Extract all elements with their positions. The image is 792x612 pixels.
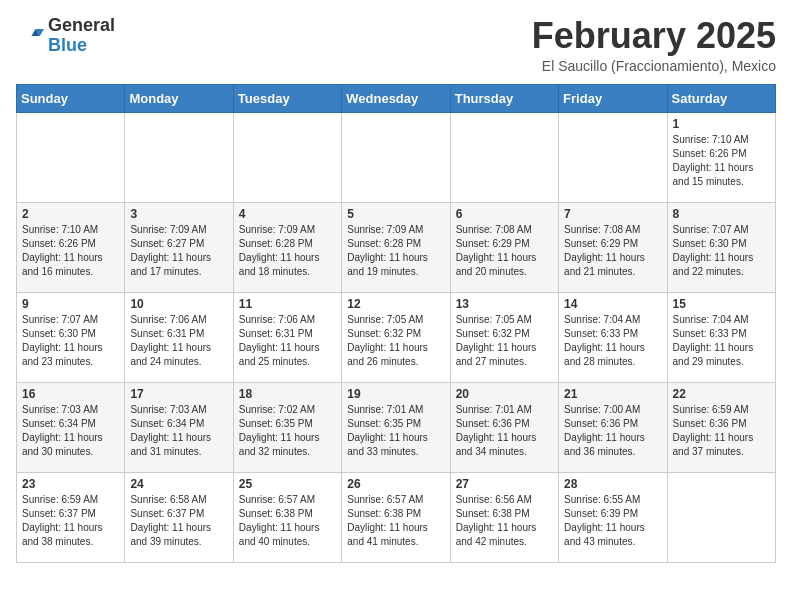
day-info: Sunrise: 7:02 AM Sunset: 6:35 PM Dayligh…: [239, 403, 336, 459]
day-info: Sunrise: 7:05 AM Sunset: 6:32 PM Dayligh…: [347, 313, 444, 369]
calendar-cell: 6Sunrise: 7:08 AM Sunset: 6:29 PM Daylig…: [450, 202, 558, 292]
day-info: Sunrise: 7:07 AM Sunset: 6:30 PM Dayligh…: [673, 223, 770, 279]
day-info: Sunrise: 7:06 AM Sunset: 6:31 PM Dayligh…: [130, 313, 227, 369]
day-number: 1: [673, 117, 770, 131]
day-number: 14: [564, 297, 661, 311]
day-number: 13: [456, 297, 553, 311]
day-info: Sunrise: 6:57 AM Sunset: 6:38 PM Dayligh…: [347, 493, 444, 549]
calendar-cell: 25Sunrise: 6:57 AM Sunset: 6:38 PM Dayli…: [233, 472, 341, 562]
day-number: 8: [673, 207, 770, 221]
day-number: 23: [22, 477, 119, 491]
calendar-cell: 9Sunrise: 7:07 AM Sunset: 6:30 PM Daylig…: [17, 292, 125, 382]
week-row-3: 16Sunrise: 7:03 AM Sunset: 6:34 PM Dayli…: [17, 382, 776, 472]
day-info: Sunrise: 7:10 AM Sunset: 6:26 PM Dayligh…: [22, 223, 119, 279]
day-info: Sunrise: 7:10 AM Sunset: 6:26 PM Dayligh…: [673, 133, 770, 189]
calendar-cell: 18Sunrise: 7:02 AM Sunset: 6:35 PM Dayli…: [233, 382, 341, 472]
day-info: Sunrise: 6:57 AM Sunset: 6:38 PM Dayligh…: [239, 493, 336, 549]
day-info: Sunrise: 7:09 AM Sunset: 6:28 PM Dayligh…: [239, 223, 336, 279]
week-row-1: 2Sunrise: 7:10 AM Sunset: 6:26 PM Daylig…: [17, 202, 776, 292]
logo: General Blue: [16, 16, 115, 56]
day-number: 11: [239, 297, 336, 311]
day-info: Sunrise: 6:59 AM Sunset: 6:36 PM Dayligh…: [673, 403, 770, 459]
day-info: Sunrise: 6:59 AM Sunset: 6:37 PM Dayligh…: [22, 493, 119, 549]
week-row-0: 1Sunrise: 7:10 AM Sunset: 6:26 PM Daylig…: [17, 112, 776, 202]
page-header: General Blue February 2025 El Saucillo (…: [16, 16, 776, 74]
calendar-cell: 24Sunrise: 6:58 AM Sunset: 6:37 PM Dayli…: [125, 472, 233, 562]
calendar-cell: 8Sunrise: 7:07 AM Sunset: 6:30 PM Daylig…: [667, 202, 775, 292]
week-row-2: 9Sunrise: 7:07 AM Sunset: 6:30 PM Daylig…: [17, 292, 776, 382]
day-number: 22: [673, 387, 770, 401]
day-info: Sunrise: 7:07 AM Sunset: 6:30 PM Dayligh…: [22, 313, 119, 369]
day-number: 18: [239, 387, 336, 401]
calendar-cell: 22Sunrise: 6:59 AM Sunset: 6:36 PM Dayli…: [667, 382, 775, 472]
day-number: 2: [22, 207, 119, 221]
day-info: Sunrise: 7:05 AM Sunset: 6:32 PM Dayligh…: [456, 313, 553, 369]
day-number: 20: [456, 387, 553, 401]
calendar-cell: [667, 472, 775, 562]
day-info: Sunrise: 7:01 AM Sunset: 6:35 PM Dayligh…: [347, 403, 444, 459]
weekday-header-saturday: Saturday: [667, 84, 775, 112]
calendar-cell: [233, 112, 341, 202]
calendar-cell: 19Sunrise: 7:01 AM Sunset: 6:35 PM Dayli…: [342, 382, 450, 472]
calendar-cell: 26Sunrise: 6:57 AM Sunset: 6:38 PM Dayli…: [342, 472, 450, 562]
day-number: 19: [347, 387, 444, 401]
calendar-cell: [125, 112, 233, 202]
calendar-cell: 10Sunrise: 7:06 AM Sunset: 6:31 PM Dayli…: [125, 292, 233, 382]
day-number: 17: [130, 387, 227, 401]
day-info: Sunrise: 6:55 AM Sunset: 6:39 PM Dayligh…: [564, 493, 661, 549]
day-info: Sunrise: 7:08 AM Sunset: 6:29 PM Dayligh…: [456, 223, 553, 279]
weekday-header-thursday: Thursday: [450, 84, 558, 112]
calendar-cell: 4Sunrise: 7:09 AM Sunset: 6:28 PM Daylig…: [233, 202, 341, 292]
calendar-cell: 2Sunrise: 7:10 AM Sunset: 6:26 PM Daylig…: [17, 202, 125, 292]
calendar-cell: 21Sunrise: 7:00 AM Sunset: 6:36 PM Dayli…: [559, 382, 667, 472]
logo-blue-text: Blue: [48, 36, 115, 56]
day-info: Sunrise: 7:09 AM Sunset: 6:28 PM Dayligh…: [347, 223, 444, 279]
day-number: 15: [673, 297, 770, 311]
logo-icon: [16, 22, 44, 50]
calendar-cell: 3Sunrise: 7:09 AM Sunset: 6:27 PM Daylig…: [125, 202, 233, 292]
day-number: 4: [239, 207, 336, 221]
day-info: Sunrise: 7:03 AM Sunset: 6:34 PM Dayligh…: [130, 403, 227, 459]
day-info: Sunrise: 7:09 AM Sunset: 6:27 PM Dayligh…: [130, 223, 227, 279]
calendar-table: SundayMondayTuesdayWednesdayThursdayFrid…: [16, 84, 776, 563]
day-number: 12: [347, 297, 444, 311]
calendar-cell: 16Sunrise: 7:03 AM Sunset: 6:34 PM Dayli…: [17, 382, 125, 472]
day-info: Sunrise: 7:04 AM Sunset: 6:33 PM Dayligh…: [564, 313, 661, 369]
week-row-4: 23Sunrise: 6:59 AM Sunset: 6:37 PM Dayli…: [17, 472, 776, 562]
calendar-cell: [17, 112, 125, 202]
day-number: 26: [347, 477, 444, 491]
weekday-header-sunday: Sunday: [17, 84, 125, 112]
day-number: 16: [22, 387, 119, 401]
calendar-cell: 14Sunrise: 7:04 AM Sunset: 6:33 PM Dayli…: [559, 292, 667, 382]
day-info: Sunrise: 7:08 AM Sunset: 6:29 PM Dayligh…: [564, 223, 661, 279]
calendar-cell: 17Sunrise: 7:03 AM Sunset: 6:34 PM Dayli…: [125, 382, 233, 472]
day-info: Sunrise: 7:06 AM Sunset: 6:31 PM Dayligh…: [239, 313, 336, 369]
day-number: 24: [130, 477, 227, 491]
day-number: 27: [456, 477, 553, 491]
day-info: Sunrise: 7:00 AM Sunset: 6:36 PM Dayligh…: [564, 403, 661, 459]
day-number: 7: [564, 207, 661, 221]
logo-general-text: General: [48, 16, 115, 36]
calendar-cell: [342, 112, 450, 202]
calendar-cell: [559, 112, 667, 202]
calendar-cell: 15Sunrise: 7:04 AM Sunset: 6:33 PM Dayli…: [667, 292, 775, 382]
month-title: February 2025: [532, 16, 776, 56]
day-number: 25: [239, 477, 336, 491]
day-info: Sunrise: 7:01 AM Sunset: 6:36 PM Dayligh…: [456, 403, 553, 459]
calendar-cell: 27Sunrise: 6:56 AM Sunset: 6:38 PM Dayli…: [450, 472, 558, 562]
weekday-header-row: SundayMondayTuesdayWednesdayThursdayFrid…: [17, 84, 776, 112]
calendar-cell: 5Sunrise: 7:09 AM Sunset: 6:28 PM Daylig…: [342, 202, 450, 292]
calendar-cell: 7Sunrise: 7:08 AM Sunset: 6:29 PM Daylig…: [559, 202, 667, 292]
calendar-cell: 13Sunrise: 7:05 AM Sunset: 6:32 PM Dayli…: [450, 292, 558, 382]
calendar-cell: [450, 112, 558, 202]
location-text: El Saucillo (Fraccionamiento), Mexico: [532, 58, 776, 74]
day-info: Sunrise: 6:58 AM Sunset: 6:37 PM Dayligh…: [130, 493, 227, 549]
weekday-header-wednesday: Wednesday: [342, 84, 450, 112]
day-info: Sunrise: 7:04 AM Sunset: 6:33 PM Dayligh…: [673, 313, 770, 369]
day-info: Sunrise: 7:03 AM Sunset: 6:34 PM Dayligh…: [22, 403, 119, 459]
day-number: 6: [456, 207, 553, 221]
day-number: 10: [130, 297, 227, 311]
weekday-header-monday: Monday: [125, 84, 233, 112]
weekday-header-tuesday: Tuesday: [233, 84, 341, 112]
title-block: February 2025 El Saucillo (Fraccionamien…: [532, 16, 776, 74]
